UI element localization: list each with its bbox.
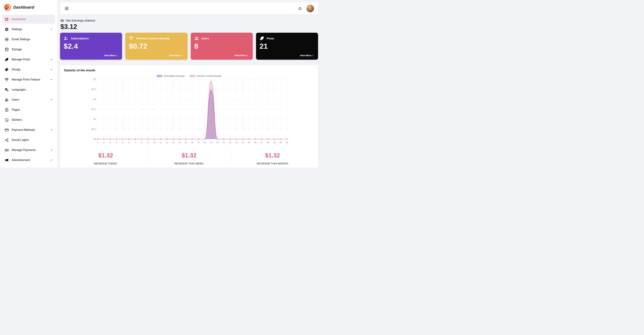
sidebar-item-label: Advertisement: [12, 158, 30, 162]
sidebar-item-settings[interactable]: Settings: [2, 25, 55, 34]
home-button[interactable]: [296, 5, 304, 12]
view-more-link[interactable]: View More›: [234, 54, 249, 57]
stat-card-value: 8: [194, 42, 249, 50]
sidebar-item-label: Storage: [12, 48, 22, 51]
svg-text:$1.5: $1.5: [92, 108, 96, 110]
revenue-value: $1.32: [148, 152, 231, 159]
users-group-icon: [194, 36, 199, 40]
chevron-down-icon: [50, 58, 53, 61]
chevron-down-icon: [50, 28, 53, 30]
svg-text:30: 30: [280, 141, 282, 144]
view-more-label: View More: [104, 54, 116, 57]
credit-card-icon: [5, 128, 9, 132]
sidebar-item-stickers[interactable]: Stickers: [2, 116, 55, 124]
svg-text:21: 21: [222, 141, 225, 144]
sidebar-item-label: Manage Payments: [12, 148, 36, 152]
svg-text:$0: $0: [93, 138, 96, 140]
sidebar-item-label: Payment Methods: [12, 128, 35, 132]
stat-card-value: $0.72: [129, 42, 184, 50]
chevron-down-icon: [50, 98, 53, 101]
legend-item-premium-content-earning[interactable]: Premium Content Earning: [190, 75, 221, 77]
sidebar-item-pages[interactable]: Pages: [2, 105, 55, 114]
revenue-label: REVENUE THIS WEEK: [148, 162, 231, 165]
svg-text:4: 4: [116, 141, 117, 144]
stat-card-title: Premium Content Earning: [136, 37, 169, 40]
revenue-label: REVENUE TODAY: [64, 162, 147, 165]
sidebar-item-users[interactable]: Users: [2, 95, 55, 104]
chart-area: $0$0.5$1$1.5$2$2.5$312345678910111213141…: [64, 78, 314, 144]
svg-text:A: A: [6, 88, 7, 90]
sidebar-item-storage[interactable]: Storage: [2, 45, 55, 54]
sidebar-item-advertisement[interactable]: Advertisement: [2, 156, 55, 164]
user-avatar[interactable]: [306, 5, 314, 12]
svg-text:26: 26: [254, 141, 256, 144]
sidebar-item-manage-payments[interactable]: Manage Payments: [2, 146, 55, 154]
revenue-stat-revenue-this-week: $1.32REVENUE THIS WEEK: [147, 147, 231, 168]
sidebar-item-email-settings[interactable]: Email Settings: [2, 35, 55, 44]
view-more-link[interactable]: View More›: [103, 54, 119, 57]
view-more-label: View More: [169, 54, 181, 57]
share-icon: [5, 138, 9, 142]
chart-card: Statistic of the month Subscription Earn…: [60, 65, 318, 168]
stat-card-users: Users8View More›: [191, 33, 253, 60]
sidebar-item-label: Social Logins: [12, 138, 29, 142]
svg-text:3: 3: [109, 141, 110, 144]
email-icon: [5, 38, 9, 42]
subscriptions-icon: [64, 36, 68, 40]
sidebar-item-manage-point-feature[interactable]: Manage Point Feature: [2, 75, 55, 84]
sidebar-item-label: Settings: [12, 28, 22, 31]
legend-label: Subscription Earnings: [164, 75, 185, 77]
net-earnings-value: $3.12: [60, 23, 318, 30]
stat-card-header: Users: [194, 36, 249, 40]
svg-text:$2.5: $2.5: [92, 88, 96, 90]
svg-text:6: 6: [128, 141, 130, 144]
storage-icon: [5, 48, 9, 52]
svg-text:20: 20: [216, 141, 218, 144]
svg-text:8: 8: [141, 141, 142, 144]
sidebar-item-label: Pages: [12, 108, 20, 112]
palette-icon: [5, 68, 9, 72]
stat-card-subscriptions: Subscriptions$2.4View More›: [60, 33, 122, 60]
sidebar-menu: DashboardSettingsEmail SettingsStorageMa…: [2, 15, 55, 164]
sidebar: Dashboard DashboardSettingsEmail Setting…: [0, 0, 58, 168]
svg-text:10: 10: [153, 141, 156, 144]
stat-card-header: Posts: [260, 36, 314, 40]
svg-text:15: 15: [185, 141, 187, 144]
sidebar-item-payment-methods[interactable]: Payment Methods: [2, 126, 55, 134]
megaphone-icon: [5, 158, 9, 162]
legend-swatch: [157, 75, 162, 77]
view-more-link[interactable]: View More›: [168, 54, 184, 57]
sidebar-item-social-logins[interactable]: Social Logins: [2, 136, 55, 144]
svg-text:9: 9: [147, 141, 148, 144]
diamond-icon: [129, 36, 134, 40]
svg-text:2: 2: [103, 141, 104, 144]
topbar-right: [296, 5, 314, 12]
svg-text:13: 13: [172, 141, 174, 144]
main-content: Net Earnings (Admin) $3.12 Subscriptions…: [58, 0, 322, 168]
svg-text:17: 17: [197, 141, 200, 144]
chevron-down-icon: [50, 78, 53, 81]
svg-text:23: 23: [235, 141, 238, 144]
svg-text:18: 18: [204, 141, 206, 144]
chart-legend: Subscription EarningsPremium Content Ear…: [64, 75, 314, 77]
legend-item-subscription-earnings[interactable]: Subscription Earnings: [157, 75, 185, 77]
menu-toggle-button[interactable]: [64, 6, 69, 11]
svg-text:$0.5: $0.5: [92, 128, 96, 130]
money-icon: [60, 19, 64, 22]
sidebar-item-manage-posts[interactable]: Manage Posts: [2, 55, 55, 64]
chevron-down-icon: [50, 68, 53, 71]
view-more-link[interactable]: View More›: [299, 54, 314, 57]
sidebar-item-design[interactable]: Design: [2, 65, 55, 74]
svg-text:7: 7: [135, 141, 136, 144]
chevron-down-icon: [50, 149, 53, 151]
stat-card-title: Posts: [267, 37, 274, 40]
stat-card-header: Premium Content Earning: [129, 36, 184, 40]
pages-icon: [5, 108, 9, 112]
banknote-icon: [5, 148, 9, 152]
sidebar-item-dashboard[interactable]: Dashboard: [2, 15, 55, 24]
svg-text:19: 19: [210, 141, 212, 144]
feather-icon: [5, 58, 9, 62]
sidebar-item-label: Manage Posts: [12, 58, 30, 61]
sidebar-item-languages[interactable]: ALanguages: [2, 85, 55, 94]
svg-text:27: 27: [260, 141, 263, 144]
